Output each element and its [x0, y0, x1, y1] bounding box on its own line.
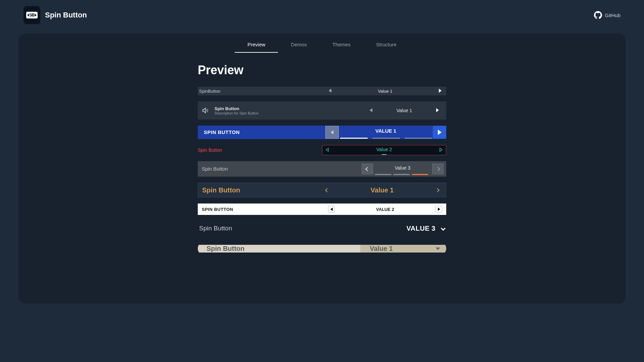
prev-button[interactable] [322, 187, 332, 193]
spinbutton-value-text: VALUE 1 [375, 128, 396, 134]
spinbutton-value[interactable]: VALUE 3 [407, 225, 435, 232]
content: Preview SpinButton Value 1 Spin Button D… [198, 63, 446, 255]
github-label: GitHub [605, 12, 620, 18]
spinbutton-value[interactable]: Value 1 [335, 89, 435, 94]
prev-button[interactable] [362, 164, 373, 174]
spinbutton-value-text: Value 3 [395, 165, 410, 171]
spinbutton-label: Spin Button [199, 225, 232, 232]
spinbutton-brown: Spin Button Value 1 [198, 183, 446, 197]
next-button[interactable] [435, 206, 442, 213]
spinbutton-label: Spin Button [202, 166, 228, 172]
segment-indicator [405, 138, 432, 139]
next-button[interactable] [436, 147, 446, 153]
tab-bar: Preview Demos Themes Structure [18, 37, 626, 53]
spinbutton-label: Spin Button [206, 245, 244, 253]
expand-button[interactable] [442, 225, 445, 231]
spinbutton-label: SPIN BUTTON [202, 207, 233, 212]
chevron-right-icon [439, 89, 442, 93]
spinbutton-with-icon: Spin Button Description for Spin Button … [198, 101, 446, 120]
spinbutton-white: SPIN BUTTON VALUE 2 [198, 203, 446, 215]
github-icon [594, 11, 602, 19]
spinbutton-label: Spin Button [198, 147, 222, 153]
spinbutton-value[interactable]: Value 1 [332, 186, 432, 194]
segment-indicator [375, 174, 391, 175]
chevron-down-icon [441, 226, 446, 231]
chevron-left-icon [331, 130, 333, 134]
chevron-right-icon [436, 167, 440, 171]
chevron-left-icon [325, 188, 329, 192]
tab-preview[interactable]: Preview [235, 37, 278, 53]
spinbutton-label: SPIN BUTTON [198, 129, 240, 135]
next-button[interactable] [433, 107, 442, 114]
spinbutton-value[interactable]: Value 3 [375, 163, 430, 175]
spinbutton-value[interactable]: Value 1 [360, 245, 446, 253]
next-button[interactable] [432, 164, 444, 174]
tab-structure[interactable]: Structure [363, 37, 409, 53]
chevron-left-icon [370, 108, 372, 112]
spinbutton-outline-red: Spin Button Value 2 [198, 145, 446, 155]
prev-button[interactable] [328, 206, 335, 213]
spinbutton-value[interactable]: VALUE 1 [339, 126, 433, 139]
spinbutton-description: Description for Spin Button [215, 111, 259, 115]
segment-indicator [394, 174, 410, 175]
logo-text: SB [29, 13, 35, 17]
spinbutton-bold-blue: SPIN BUTTON VALUE 1 [198, 126, 446, 139]
spinbutton-value-text: Value 2 [376, 147, 392, 152]
next-button[interactable] [435, 89, 445, 94]
spinbutton-basic: SpinButton Value 1 [198, 87, 446, 95]
tab-demos[interactable]: Demos [278, 37, 320, 53]
prev-button[interactable] [325, 126, 339, 139]
chevron-left-icon [329, 89, 331, 93]
app-title: Spin Button [45, 11, 87, 19]
underline-indicator [382, 154, 386, 155]
segment-indicator [340, 138, 368, 139]
chevron-right-icon [436, 108, 439, 112]
chevron-right-icon [439, 147, 443, 151]
spinbutton-gray-segmented: Spin Button Value 3 [198, 161, 446, 177]
next-button[interactable] [433, 126, 446, 139]
spinbutton-label: Spin Button [215, 106, 259, 111]
main-panel: Preview Demos Themes Structure Preview S… [18, 34, 626, 304]
chevron-right-icon [438, 208, 440, 211]
app-logo: SB [24, 6, 40, 24]
spinbutton-label: Spin Button [202, 186, 240, 194]
spinbutton-value[interactable]: Value 2 [332, 145, 436, 155]
chevron-left-icon [330, 208, 333, 211]
prev-button[interactable] [322, 147, 332, 153]
spinbutton-value-text: Value 1 [370, 245, 393, 253]
prev-button[interactable] [366, 107, 376, 114]
chevron-right-icon [435, 188, 440, 192]
spinbutton-pill: Spin Button Value 1 [198, 242, 446, 255]
segment-indicator [412, 174, 428, 175]
page-title: Preview [198, 63, 446, 77]
brand: SB Spin Button [24, 6, 87, 24]
chevron-right-icon [438, 130, 442, 135]
next-button[interactable] [432, 187, 442, 193]
segment-indicator [372, 138, 400, 139]
spinbutton-minimal: Spin Button VALUE 3 [198, 221, 446, 236]
speaker-icon [202, 107, 209, 114]
spinbutton-label: SpinButton [199, 89, 221, 94]
logo-right-icon [35, 14, 37, 16]
chevron-left-icon [365, 167, 370, 171]
app-header: SB Spin Button GitHub [0, 0, 644, 30]
spinbutton-value[interactable]: VALUE 2 [335, 207, 435, 212]
logo-left-icon [27, 14, 29, 16]
tab-themes[interactable]: Themes [320, 37, 363, 53]
github-link[interactable]: GitHub [594, 11, 620, 19]
prev-button[interactable] [325, 89, 335, 94]
dropdown-icon [435, 245, 440, 252]
spinbutton-value[interactable]: Value 1 [376, 108, 433, 113]
chevron-left-icon [325, 147, 329, 151]
